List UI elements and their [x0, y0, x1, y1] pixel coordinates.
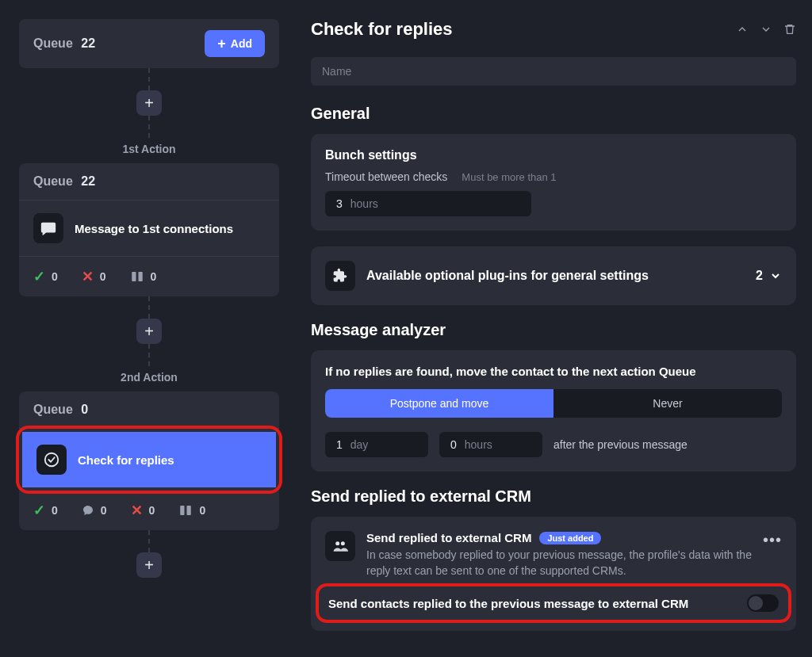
timeout-row: Timeout between checks Must be more than…: [325, 170, 782, 183]
segment-never[interactable]: Never: [553, 389, 782, 418]
svg-rect-0: [132, 272, 136, 281]
move-up-icon[interactable]: [736, 23, 749, 36]
action-card-2[interactable]: Queue 0 Check for replies ✓0 0 ✕0: [19, 392, 279, 530]
plugins-count: 2: [756, 269, 763, 283]
svg-point-6: [341, 541, 345, 545]
delay-hours-unit: hours: [465, 438, 492, 451]
name-input[interactable]: [311, 57, 796, 86]
more-options-icon[interactable]: •••: [763, 531, 782, 549]
delay-row: 1 day 0 hours after the previous message: [325, 432, 782, 457]
svg-rect-3: [181, 506, 185, 515]
analyzer-card: If no replies are found, move the contac…: [311, 350, 796, 472]
add-button-label: Add: [231, 37, 252, 50]
action-title-row-active[interactable]: Check for replies: [22, 432, 276, 487]
panel-title: Check for replies: [311, 19, 453, 40]
segment-postpone[interactable]: Postpone and move: [325, 389, 553, 418]
section-heading-crm: Send replied to external CRM: [311, 487, 796, 506]
crm-block-header: Send replied to external CRM Just added …: [325, 531, 782, 579]
queue-label: Queue: [33, 174, 73, 188]
top-queue-card: Queue 22 + Add: [19, 19, 279, 68]
timeout-unit: hours: [350, 197, 378, 210]
crm-description: In case somebody replied to your previou…: [366, 548, 752, 579]
svg-point-5: [335, 541, 339, 545]
highlight-indicator: Send contacts replied to the previous me…: [316, 583, 791, 623]
svg-rect-4: [187, 506, 191, 515]
stat-fail: ✕0: [131, 502, 155, 519]
speech-icon: [82, 504, 94, 517]
plus-icon: +: [217, 36, 226, 51]
settings-panel: Check for replies General Bunch settings…: [298, 0, 812, 657]
bunch-settings-title: Bunch settings: [325, 148, 782, 162]
timeout-hint: Must be more than 1: [462, 171, 556, 183]
action-title: Message to 1st connections: [75, 222, 233, 235]
stat-other: 0: [178, 503, 205, 518]
queue-count: 0: [81, 403, 88, 416]
delay-hours-value: 0: [450, 438, 457, 451]
workflow-sidebar: Queue 22 + Add + 1st Action Queue 22 Mes…: [0, 0, 298, 657]
queue-label: Queue: [33, 36, 73, 50]
crm-toggle-label: Send contacts replied to the previous me…: [328, 597, 688, 610]
crm-icon: [325, 531, 355, 561]
stat-fail: ✕0: [82, 268, 106, 285]
panel-header-actions: [736, 23, 796, 36]
action-ordinal-label: 1st Action: [122, 143, 175, 155]
svg-point-2: [45, 453, 59, 467]
section-heading-general: General: [311, 105, 796, 123]
connector-line: [148, 344, 150, 366]
check-icon: ✓: [33, 502, 45, 519]
queue-count: 22: [81, 174, 95, 188]
action-ordinal-label: 2nd Action: [121, 371, 178, 384]
reply-check-icon: [36, 445, 67, 475]
plugins-card[interactable]: Available optional plug-ins for general …: [311, 246, 796, 305]
queue-header: Queue 0: [19, 392, 279, 429]
analyzer-rule-text: If no replies are found, move the contac…: [325, 365, 782, 378]
bunch-settings-card: Bunch settings Timeout between checks Mu…: [311, 134, 796, 231]
after-text: after the previous message: [553, 438, 688, 451]
stats-row: ✓0 ✕0 0: [19, 257, 279, 296]
connector-line: [148, 68, 150, 90]
plugins-expand-row[interactable]: Available optional plug-ins for general …: [325, 261, 782, 291]
delay-days-input[interactable]: 1 day: [325, 432, 428, 457]
queue-label: Queue: [33, 403, 73, 416]
action-title-row[interactable]: Message to 1st connections: [19, 201, 279, 257]
stat-reply: 0: [82, 504, 107, 517]
delay-hours-input[interactable]: 0 hours: [439, 432, 542, 457]
toggle-knob: [749, 596, 763, 610]
crm-block-title: Send replied to external CRM: [366, 531, 531, 544]
x-icon: ✕: [82, 268, 94, 285]
highlight-indicator: Check for replies: [16, 426, 282, 494]
analyzer-segment: Postpone and move Never: [325, 389, 782, 418]
queue-header: Queue 22: [19, 163, 279, 201]
just-added-badge: Just added: [539, 532, 601, 544]
stat-success: ✓0: [33, 502, 58, 519]
add-button[interactable]: + Add: [205, 30, 265, 57]
add-node-button[interactable]: +: [136, 319, 162, 344]
queue-header: Queue 22 + Add: [19, 19, 279, 68]
chevron-down-icon: [769, 269, 782, 282]
connector-line: [148, 530, 150, 552]
message-icon: [33, 213, 63, 243]
list-icon: [130, 269, 144, 284]
section-heading-analyzer: Message analyzer: [311, 321, 796, 339]
stat-other: 0: [130, 269, 157, 284]
puzzle-icon: [325, 261, 355, 291]
stats-row: ✓0 0 ✕0 0: [19, 491, 279, 530]
action-card-1[interactable]: Queue 22 Message to 1st connections ✓0 ✕…: [19, 163, 279, 296]
timeout-label: Timeout between checks: [325, 170, 447, 183]
timeout-input[interactable]: 3 hours: [325, 191, 531, 216]
plugins-title: Available optional plug-ins for general …: [366, 269, 649, 283]
add-node-button[interactable]: +: [136, 552, 162, 578]
stat-success: ✓0: [33, 268, 58, 285]
list-icon: [178, 503, 193, 518]
panel-header: Check for replies: [311, 19, 796, 40]
delay-days-value: 1: [336, 438, 343, 451]
delete-icon[interactable]: [783, 23, 796, 36]
connector-line: [148, 296, 150, 319]
crm-card: Send replied to external CRM Just added …: [311, 517, 796, 631]
connector-line: [148, 116, 150, 138]
crm-toggle[interactable]: [747, 594, 779, 612]
crm-toggle-row: Send contacts replied to the previous me…: [328, 594, 779, 612]
timeout-value: 3: [336, 197, 343, 210]
move-down-icon[interactable]: [760, 23, 772, 36]
add-node-button[interactable]: +: [136, 90, 162, 116]
